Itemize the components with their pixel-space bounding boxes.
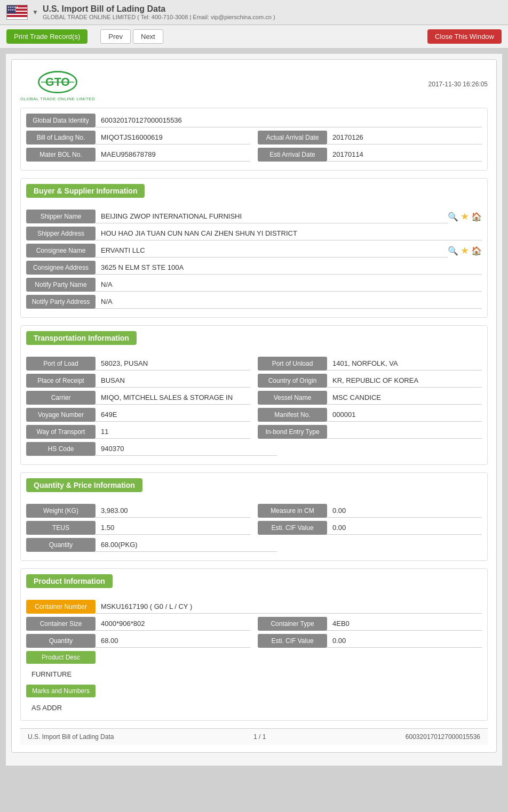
consignee-search-icon[interactable]: 🔍 — [448, 246, 458, 256]
place-receipt-value: BUSAN — [96, 374, 250, 388]
product-quantity-row: Quantity 68.00 Esti. CIF Value 0.00 — [26, 634, 482, 648]
bol-row: Bill of Lading No. MIQOTJS16000619 Actua… — [26, 131, 482, 144]
container-size-row: Container Size 4000*906*802 Container Ty… — [26, 617, 482, 631]
consignee-home-icon[interactable]: 🏠 — [471, 246, 482, 256]
country-origin-value: KR, REPUBLIC OF KOREA — [327, 374, 482, 388]
consignee-name-value: ERVANTI LLC — [96, 244, 448, 258]
product-desc-label: Product Desc — [26, 651, 96, 664]
port-of-unload-label: Port of Unload — [258, 357, 327, 371]
footer-left: U.S. Import Bill of Lading Data — [28, 733, 114, 741]
notify-party-name-label: Notify Party Name — [26, 278, 96, 292]
shipper-name-row: Shipper Name BEIJING ZWOP INTERNATIONAL … — [26, 210, 482, 223]
weight-label: Weight (KG) — [26, 504, 96, 518]
product-esti-cif-value: 0.00 — [327, 634, 482, 648]
footer-right: 600320170127000015536 — [406, 733, 480, 741]
consignee-address-value: 3625 N ELM ST STE 100A — [96, 261, 482, 275]
container-size-value: 4000*906*802 — [96, 617, 250, 631]
quantity-header: Quantity & Price Information — [26, 478, 142, 492]
place-receipt-label: Place of Receipt — [26, 374, 96, 388]
consignee-address-label: Consignee Address — [26, 261, 96, 275]
toolbar: Print Trade Record(s) Prev Next Close Th… — [0, 25, 508, 49]
shipper-home-icon[interactable]: 🏠 — [471, 212, 482, 222]
shipper-address-value: HOU HAO JIA TUAN CUN NAN CAI ZHEN SHUN Y… — [96, 227, 482, 240]
notify-party-address-row: Notify Party Address N/A — [26, 295, 482, 309]
container-number-value: MSKU1617190 ( G0 / L / CY ) — [96, 600, 482, 614]
way-transport-label: Way of Transport — [26, 425, 96, 439]
port-of-load-label: Port of Load — [26, 357, 96, 371]
carrier-row: Carrier MIQO, MITCHELL SALES & STORAGE I… — [26, 391, 482, 405]
hs-code-label: HS Code — [26, 442, 96, 456]
shipper-name-value: BEIJING ZWOP INTERNATIONAL FURNISHI — [96, 210, 448, 223]
dropdown-arrow[interactable]: ▼ — [32, 9, 38, 16]
container-type-label: Container Type — [258, 617, 327, 631]
transportation-header: Transportation Information — [26, 331, 137, 345]
quantity-row: Quantity 68.00(PKG) — [26, 538, 482, 552]
measure-value: 0.00 — [327, 504, 482, 518]
teus-value: 1.50 — [96, 521, 250, 535]
marks-numbers-row: Marks and Numbers — [26, 685, 482, 697]
manifest-no-value: 000001 — [327, 408, 482, 422]
consignee-address-row: Consignee Address 3625 N ELM ST STE 100A — [26, 261, 482, 275]
manifest-no-label: Manifest No. — [258, 408, 327, 422]
hs-code-row: HS Code 940370 — [26, 442, 482, 456]
product-section: Product Information Container Number MSK… — [20, 568, 488, 721]
place-receipt-row: Place of Receipt BUSAN Country of Origin… — [26, 374, 482, 388]
notify-party-address-label: Notify Party Address — [26, 295, 96, 309]
port-of-load-row: Port of Load 58023, PUSAN Port of Unload… — [26, 357, 482, 371]
in-bond-entry-label: In-bond Entry Type — [258, 425, 327, 439]
bol-label: Bill of Lading No. — [26, 131, 96, 144]
country-origin-label: Country of Origin — [258, 374, 327, 388]
esti-arrival-value: 20170114 — [327, 148, 482, 162]
hs-code-value: 940370 — [96, 442, 277, 456]
way-transport-row: Way of Transport 11 In-bond Entry Type — [26, 425, 482, 439]
shipper-address-label: Shipper Address — [26, 227, 96, 240]
shipper-search-icon[interactable]: 🔍 — [448, 212, 458, 222]
quantity-label: Quantity — [26, 538, 96, 552]
port-of-load-value: 58023, PUSAN — [96, 357, 250, 371]
notify-party-address-value: N/A — [96, 295, 482, 309]
buyer-supplier-section: Buyer & Supplier Information Shipper Nam… — [20, 178, 488, 318]
esti-cif-label: Esti. CIF Value — [258, 521, 327, 535]
close-button[interactable]: Close This Window — [427, 29, 502, 44]
container-size-label: Container Size — [26, 617, 96, 631]
teus-label: TEUS — [26, 521, 96, 535]
print-button[interactable]: Print Trade Record(s) — [6, 29, 88, 44]
prev-button[interactable]: Prev — [100, 29, 131, 44]
shipper-address-row: Shipper Address HOU HAO JIA TUAN CUN NAN… — [26, 227, 482, 240]
voyage-number-value: 649E — [96, 408, 250, 422]
next-button[interactable]: Next — [133, 29, 163, 44]
footer-center: 1 / 1 — [253, 733, 266, 741]
consignee-star-icon[interactable]: ★ — [461, 245, 469, 256]
global-data-row: Global Data Identity 6003201701270000155… — [26, 114, 482, 127]
voyage-row: Voyage Number 649E Manifest No. 000001 — [26, 408, 482, 422]
mater-bol-label: Mater BOL No. — [26, 148, 96, 162]
quantity-section: Quantity & Price Information Weight (KG)… — [20, 472, 488, 561]
flag-icon: ★★★★★★★★★ — [6, 5, 28, 20]
shipper-name-label: Shipper Name — [26, 210, 96, 223]
marks-numbers-value: AS ADDR — [26, 701, 482, 715]
shipper-icons: 🔍 ★ 🏠 — [448, 210, 482, 223]
company-logo: GTO GLOBAL TRADE ONLINE LIMITED — [20, 67, 95, 101]
consignee-icons: 🔍 ★ 🏠 — [448, 244, 482, 258]
mater-bol-row: Mater BOL No. MAEU958678789 Esti Arrival… — [26, 148, 482, 162]
notify-party-name-row: Notify Party Name N/A — [26, 278, 482, 292]
product-quantity-label: Quantity — [26, 634, 96, 648]
product-desc-value: FURNITURE — [26, 667, 482, 681]
port-of-unload-value: 1401, NORFOLK, VA — [327, 357, 482, 371]
esti-cif-value: 0.00 — [327, 521, 482, 535]
notify-party-name-value: N/A — [96, 278, 482, 292]
teus-row: TEUS 1.50 Esti. CIF Value 0.00 — [26, 521, 482, 535]
in-bond-entry-value — [327, 425, 482, 439]
mater-bol-value: MAEU958678789 — [96, 148, 250, 162]
top-bar: ★★★★★★★★★ ▼ U.S. Import Bill of Lading D… — [0, 0, 508, 25]
shipper-star-icon[interactable]: ★ — [461, 211, 469, 222]
container-number-label: Container Number — [26, 600, 96, 614]
logo-circle: GTO — [36, 67, 79, 97]
weight-value: 3,983.00 — [96, 504, 250, 518]
actual-arrival-value: 20170126 — [327, 131, 482, 144]
carrier-label: Carrier — [26, 391, 96, 405]
product-header: Product Information — [26, 574, 113, 588]
voyage-number-label: Voyage Number — [26, 408, 96, 422]
product-esti-cif-label: Esti. CIF Value — [258, 634, 327, 648]
way-transport-value: 11 — [96, 425, 250, 439]
